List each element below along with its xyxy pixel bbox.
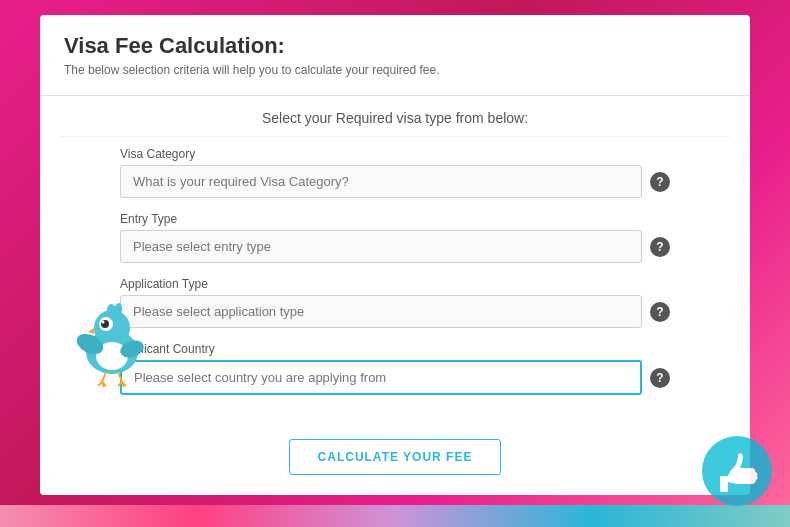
card-header: Visa Fee Calculation: The below selectio… — [40, 15, 750, 95]
visa-category-row: ? — [120, 165, 670, 198]
svg-line-13 — [118, 372, 122, 382]
svg-point-5 — [102, 321, 105, 324]
section-heading: Select your Required visa type from belo… — [40, 96, 750, 136]
application-type-group: Application Type ? — [120, 277, 670, 328]
page-title: Visa Fee Calculation: — [64, 33, 726, 59]
page-subtitle: The below selection criteria will help y… — [64, 63, 726, 77]
application-type-row: ? — [120, 295, 670, 328]
applicant-country-input[interactable] — [120, 360, 642, 395]
applicant-country-group: Applicant Country ? — [120, 342, 670, 395]
visa-category-group: Visa Category ? — [120, 147, 670, 198]
visa-category-help-icon[interactable]: ? — [650, 172, 670, 192]
application-type-input[interactable] — [120, 295, 642, 328]
applicant-country-row: ? — [120, 360, 670, 395]
svg-marker-6 — [88, 328, 94, 334]
svg-line-9 — [102, 372, 106, 382]
application-type-label: Application Type — [120, 277, 670, 291]
entry-type-group: Entry Type ? — [120, 212, 670, 263]
calculate-fee-button[interactable]: CALCULATE YOUR FEE — [289, 439, 502, 475]
main-card: Visa Fee Calculation: The below selectio… — [40, 15, 750, 495]
visa-category-input[interactable] — [120, 165, 642, 198]
application-type-help-icon[interactable]: ? — [650, 302, 670, 322]
applicant-country-help-icon[interactable]: ? — [650, 368, 670, 388]
form-area: Visa Category ? Entry Type ? Application… — [40, 137, 750, 419]
entry-type-help-icon[interactable]: ? — [650, 237, 670, 257]
calculate-btn-row: CALCULATE YOUR FEE — [40, 439, 750, 475]
visa-category-label: Visa Category — [120, 147, 670, 161]
entry-type-input[interactable] — [120, 230, 642, 263]
bird-illustration — [70, 294, 155, 389]
bird-svg — [70, 294, 155, 389]
entry-type-row: ? — [120, 230, 670, 263]
applicant-country-label: Applicant Country — [120, 342, 670, 356]
entry-type-label: Entry Type — [120, 212, 670, 226]
thumbs-decoration — [700, 434, 775, 509]
bottom-bar — [0, 505, 790, 527]
